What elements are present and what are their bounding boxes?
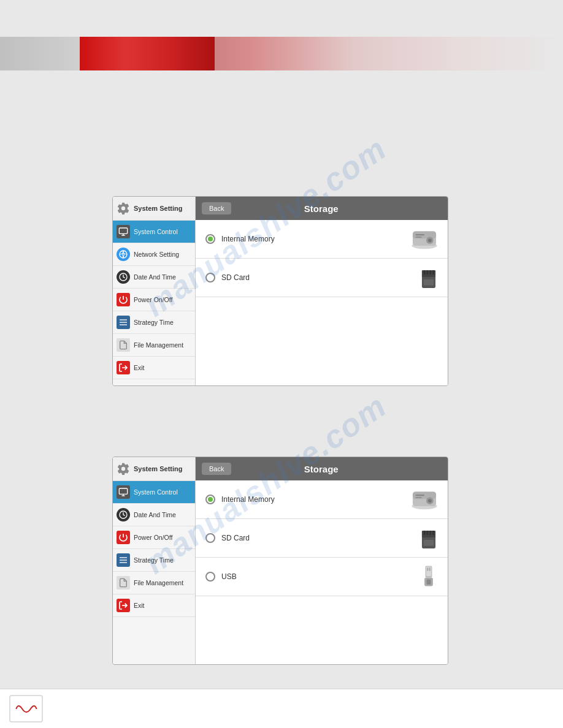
exit-icon-2 bbox=[117, 599, 130, 612]
storage-item-internal-memory-1[interactable]: Internal Memory bbox=[196, 220, 448, 259]
power-icon-1 bbox=[117, 293, 130, 306]
storage-item-sd-card-2[interactable]: SD Card bbox=[196, 519, 448, 558]
sidebar-2-header: System Setting bbox=[113, 457, 195, 481]
sidebar-label-file-1: File Management bbox=[134, 341, 183, 349]
sidebar-label-system-control-2: System Control bbox=[134, 488, 178, 496]
label-usb-2: USB bbox=[221, 572, 413, 581]
hdd-icon-1 bbox=[411, 227, 438, 251]
radio-inner-internal-2 bbox=[208, 497, 213, 502]
sidebar-label-power-1: Power On/Off bbox=[134, 296, 172, 303]
sd-icon-1 bbox=[419, 266, 438, 289]
sidebar-item-strategy-1[interactable]: Strategy Time bbox=[113, 311, 195, 334]
label-internal-memory-1: Internal Memory bbox=[221, 235, 405, 243]
gear-icon-1 bbox=[117, 202, 130, 215]
sidebar-label-datetime-2: Date And Time bbox=[134, 511, 176, 518]
sidebar-label-system-control-1: System Control bbox=[134, 228, 178, 235]
exit-icon-1 bbox=[117, 361, 130, 374]
sidebar-label-file-2: File Management bbox=[134, 579, 183, 586]
radio-inner-internal-1 bbox=[208, 237, 213, 241]
back-button-1[interactable]: Back bbox=[202, 202, 231, 214]
radio-sd-2 bbox=[205, 533, 215, 543]
usb-icon-2 bbox=[419, 565, 438, 588]
svg-point-13 bbox=[428, 238, 432, 242]
radio-inner-usb-2 bbox=[208, 574, 213, 579]
svg-rect-42 bbox=[429, 531, 431, 535]
hdd-icon-2 bbox=[411, 488, 438, 511]
svg-rect-19 bbox=[427, 270, 429, 275]
sidebar-item-network-1[interactable]: Network Setting bbox=[113, 243, 195, 266]
svg-rect-36 bbox=[415, 495, 424, 496]
svg-rect-23 bbox=[119, 488, 127, 494]
storage-item-internal-memory-2[interactable]: Internal Memory bbox=[196, 480, 448, 519]
clock-icon-2 bbox=[117, 508, 130, 521]
header-red-block bbox=[80, 37, 215, 70]
svg-rect-44 bbox=[424, 540, 434, 546]
storage-list-1: Internal Memory SD Card bbox=[196, 220, 448, 385]
sidebar-label-exit-2: Exit bbox=[134, 602, 145, 609]
sidebar-item-system-control-2[interactable]: System Control bbox=[113, 481, 195, 504]
strategy-icon-2 bbox=[117, 553, 130, 567]
sidebar-2: System Setting System Control Date And T… bbox=[113, 457, 196, 664]
sidebar-item-datetime-1[interactable]: Date And Time bbox=[113, 266, 195, 289]
file-icon-2 bbox=[117, 576, 130, 590]
sidebar-item-exit-1[interactable]: Exit bbox=[113, 357, 195, 379]
svg-rect-43 bbox=[432, 531, 434, 535]
radio-inner-sd-1 bbox=[208, 275, 213, 280]
sidebar-label-power-2: Power On/Off bbox=[134, 534, 172, 541]
svg-rect-22 bbox=[424, 279, 434, 286]
sidebar-label-network-1: Network Setting bbox=[134, 251, 179, 258]
footer-logo bbox=[9, 695, 43, 722]
header-red-extend bbox=[215, 37, 563, 70]
globe-icon-1 bbox=[117, 248, 130, 261]
sidebar-1-title: System Setting bbox=[134, 205, 182, 212]
svg-point-35 bbox=[428, 499, 432, 502]
main-area-2: Back Storage Internal Memory bbox=[196, 457, 448, 664]
svg-rect-27 bbox=[120, 557, 127, 558]
svg-rect-21 bbox=[432, 270, 434, 275]
svg-rect-5 bbox=[120, 319, 127, 320]
power-icon-2 bbox=[117, 531, 130, 544]
svg-rect-48 bbox=[427, 579, 431, 584]
panel-2: System Setting System Control Date And T… bbox=[112, 457, 448, 665]
sidebar-item-exit-2[interactable]: Exit bbox=[113, 594, 195, 617]
sidebar-item-strategy-2[interactable]: Strategy Time bbox=[113, 549, 195, 572]
svg-rect-18 bbox=[424, 270, 426, 275]
top-bar-2: Back Storage bbox=[196, 457, 448, 480]
svg-rect-20 bbox=[429, 270, 431, 275]
svg-rect-46 bbox=[426, 567, 431, 576]
storage-title-2: Storage bbox=[237, 464, 405, 474]
sidebar-item-power-2[interactable]: Power On/Off bbox=[113, 526, 195, 549]
radio-sd-1 bbox=[205, 273, 215, 282]
sidebar-item-power-1[interactable]: Power On/Off bbox=[113, 289, 195, 311]
label-internal-memory-2: Internal Memory bbox=[221, 495, 405, 504]
storage-title-1: Storage bbox=[237, 203, 405, 214]
back-button-2[interactable]: Back bbox=[202, 463, 231, 475]
label-sd-card-1: SD Card bbox=[221, 273, 413, 282]
storage-item-sd-card-1[interactable]: SD Card bbox=[196, 259, 448, 297]
sidebar-item-file-2[interactable]: File Management bbox=[113, 572, 195, 594]
radio-usb-2 bbox=[205, 572, 215, 582]
sidebar-label-strategy-2: Strategy Time bbox=[134, 556, 174, 564]
sidebar-label-strategy-1: Strategy Time bbox=[134, 319, 174, 326]
file-icon-1 bbox=[117, 338, 130, 352]
storage-item-usb-2[interactable]: USB bbox=[196, 558, 448, 596]
panel-1: System Setting System Control Network Se… bbox=[112, 196, 448, 386]
footer bbox=[0, 688, 563, 728]
sidebar-label-datetime-1: Date And Time bbox=[134, 273, 176, 281]
svg-rect-29 bbox=[120, 562, 127, 563]
sidebar-1: System Setting System Control Network Se… bbox=[113, 197, 196, 385]
svg-rect-14 bbox=[415, 234, 424, 235]
sidebar-1-header: System Setting bbox=[113, 197, 195, 221]
gear-icon-2 bbox=[117, 462, 130, 476]
svg-rect-7 bbox=[120, 324, 127, 325]
sidebar-item-file-1[interactable]: File Management bbox=[113, 334, 195, 357]
sidebar-item-datetime-2[interactable]: Date And Time bbox=[113, 504, 195, 526]
svg-rect-0 bbox=[119, 228, 127, 233]
svg-rect-41 bbox=[427, 531, 429, 535]
monitor-icon-2 bbox=[117, 485, 130, 499]
svg-rect-37 bbox=[415, 497, 421, 498]
sidebar-2-title: System Setting bbox=[134, 465, 182, 472]
svg-point-3 bbox=[120, 251, 127, 258]
label-sd-card-2: SD Card bbox=[221, 534, 413, 542]
sidebar-item-system-control-1[interactable]: System Control bbox=[113, 221, 195, 243]
